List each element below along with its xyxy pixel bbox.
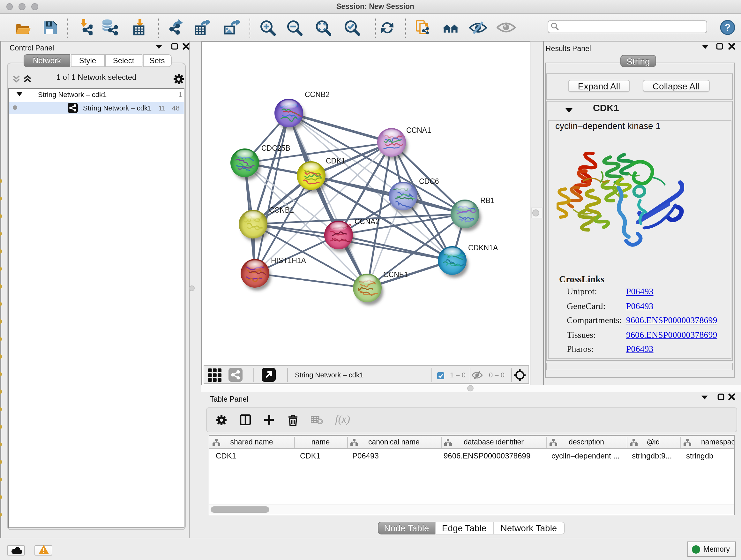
svg-text:?: ?: [724, 22, 731, 33]
svg-text:RB1: RB1: [480, 196, 494, 205]
svg-text:CCNB2: CCNB2: [305, 90, 329, 99]
svg-text:CDKN1A: CDKN1A: [468, 244, 498, 252]
svg-text:CDC6: CDC6: [419, 177, 439, 186]
svg-text:CDC25B: CDC25B: [261, 144, 290, 152]
svg-text:CDK1: CDK1: [326, 157, 345, 165]
svg-text:CCNA1: CCNA1: [406, 126, 431, 134]
svg-text:CCNA2: CCNA2: [354, 217, 379, 226]
svg-text:HIST1H1A: HIST1H1A: [271, 256, 306, 265]
svg-text:CCNB1: CCNB1: [269, 206, 293, 214]
svg-text:CCNE1: CCNE1: [383, 270, 408, 279]
